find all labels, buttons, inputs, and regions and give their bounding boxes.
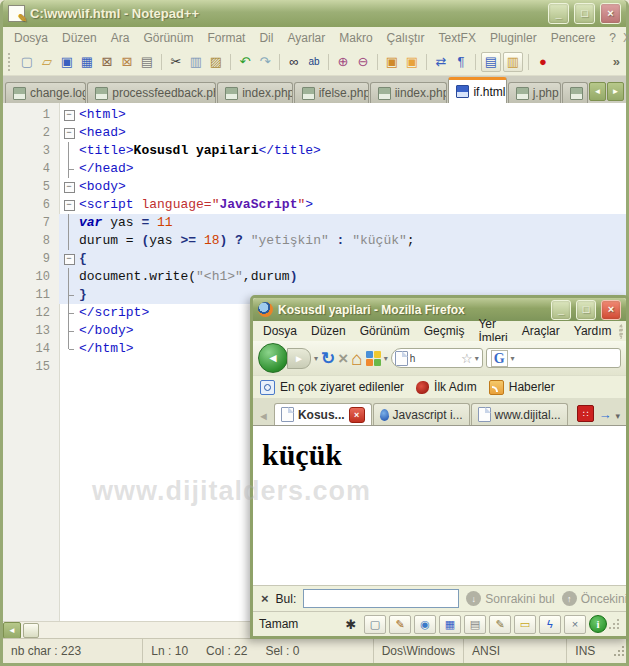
code-text[interactable]: durum = (yas >= 18) ? "yetişkin" : "küçü… (79, 232, 415, 250)
npp-tab-if-html[interactable]: if.html (448, 77, 506, 103)
npp-menu-[interactable]: ? (602, 29, 623, 47)
home-icon[interactable]: ⌂ (351, 349, 362, 368)
npp-tab-iindex-php[interactable]: iindex.php (370, 82, 448, 103)
full-window-icon[interactable]: ▣ (403, 53, 421, 71)
ff-close-button[interactable]: × (601, 300, 621, 320)
forward-button[interactable]: ► (287, 348, 311, 369)
sticky-note-icon[interactable]: ▭ (514, 615, 536, 634)
open-folder-icon[interactable]: ▱ (38, 53, 56, 71)
npp-tab-processfeedback-php[interactable]: processfeedback.php (87, 82, 216, 103)
npp-doc-close-icon[interactable]: X (623, 31, 629, 45)
npp-tab-ifelse-php[interactable]: ifelse.php (294, 82, 369, 103)
record-macro-icon[interactable]: ● (534, 53, 552, 71)
code-text[interactable]: } (79, 286, 87, 304)
print-icon[interactable]: ▤ (138, 53, 156, 71)
npp-menu-dosya[interactable]: Dosya (7, 29, 55, 47)
list-all-tabs-icon[interactable]: ∷ (577, 405, 594, 422)
fold-marker-icon[interactable] (59, 178, 79, 196)
save-all-icon[interactable]: ▦ (78, 53, 96, 71)
speed-dial-icon[interactable] (366, 351, 381, 366)
new-page-icon[interactable]: ▢ (364, 615, 386, 634)
npp-tab-i[interactable]: i (562, 82, 588, 103)
save-icon[interactable]: ▦ (439, 615, 461, 634)
npp-titlebar[interactable]: C:\www\if.html - Notepad++ _ □ × (3, 0, 626, 27)
undo-icon[interactable]: ↶ (236, 53, 254, 71)
search-bar[interactable]: G ▾ (486, 348, 621, 368)
tab-scroll-left-icon[interactable]: ◄ (589, 82, 606, 101)
ff-menu-g-r-n-m[interactable]: Görünüm (353, 322, 417, 340)
npp-menu-dil[interactable]: Dil (252, 29, 280, 47)
bookmark-haberler[interactable]: Haberler (489, 380, 555, 395)
npp-tab-index-php[interactable]: index.php (217, 82, 293, 103)
npp-tab-change-log[interactable]: change.log (5, 82, 86, 103)
close-doc-icon[interactable]: ⊠ (98, 53, 116, 71)
toolbar-overflow-icon[interactable]: » (613, 54, 620, 69)
ff-minimize-button[interactable]: _ (551, 300, 571, 320)
ff-menu-ara-lar[interactable]: Araçlar (515, 322, 567, 340)
zoom-in-icon[interactable]: ⊕ (334, 53, 352, 71)
save-icon[interactable]: ▣ (58, 53, 76, 71)
ff-titlebar[interactable]: Kosusdl yapilari - Mozilla Firefox _ □ × (253, 298, 626, 321)
pencil-icon[interactable]: ✎ (389, 615, 411, 634)
ff-menu-yard-m[interactable]: Yardım (567, 322, 619, 340)
find-previous[interactable]: ↑ Öncekini bul (562, 591, 626, 606)
ff-menu-dosya[interactable]: Dosya (256, 322, 304, 340)
url-dropdown-icon[interactable]: ▾ (475, 354, 479, 363)
new-file-icon[interactable]: ▢ (18, 53, 36, 71)
fold-marker-icon[interactable] (59, 250, 79, 268)
npp-maximize-button[interactable]: □ (574, 3, 595, 24)
find-icon[interactable]: ∞ (285, 53, 303, 71)
npp-menu-al-t-r[interactable]: Çalıştır (380, 29, 432, 47)
redo-icon[interactable]: ↷ (256, 53, 274, 71)
code-text[interactable]: <head> (79, 124, 126, 142)
code-text[interactable]: var yas = 11 (79, 214, 173, 232)
npp-menu-pluginler[interactable]: Pluginler (483, 29, 544, 47)
code-text[interactable]: </script> (79, 304, 149, 322)
fold-marker-icon[interactable] (59, 106, 79, 124)
find-next[interactable]: ↓ Sonrakini bul (466, 591, 554, 606)
code-text[interactable]: <html> (79, 106, 126, 124)
lightning-icon[interactable]: ϟ (539, 615, 561, 634)
cut-icon[interactable]: ✂ (167, 53, 185, 71)
ff-tab-javascript-i[interactable]: Javascript i... (373, 403, 470, 425)
ff-tab-www-dijital[interactable]: www.dijital... (471, 403, 568, 425)
back-history-dropdown-icon[interactable]: ▾ (314, 354, 318, 363)
npp-menu-ayarlar[interactable]: Ayarlar (280, 29, 332, 47)
ff-menu-ge-mi[interactable]: Geçmiş (417, 322, 472, 340)
info-icon[interactable]: i (589, 615, 607, 633)
npp-menu-ara[interactable]: Ara (104, 29, 137, 47)
tabs-scroll-left-icon[interactable]: ◄ (256, 410, 273, 425)
bookmark-star-icon[interactable]: ☆ (461, 351, 473, 366)
find-input[interactable] (303, 589, 459, 608)
scroll-left-arrow-icon[interactable]: ◄ (3, 622, 21, 639)
doc-map-icon[interactable]: ▤ (481, 52, 501, 72)
show-symbols-icon[interactable]: ¶ (452, 53, 470, 71)
tabs-dropdown-icon[interactable]: ▾ (615, 411, 623, 425)
npp-tab-j-php[interactable]: j.php (508, 82, 561, 103)
stop-icon[interactable]: × (338, 350, 348, 367)
reload-icon[interactable]: ↻ (321, 350, 335, 367)
findbar-close-icon[interactable]: × (261, 591, 269, 606)
paste-icon[interactable]: ▨ (207, 53, 225, 71)
code-text[interactable]: <script language="JavaScript"> (79, 196, 313, 214)
zoom-out-icon[interactable]: ⊖ (354, 53, 372, 71)
code-text[interactable]: document.write("<h1>",durum) (79, 268, 297, 286)
scrollbar-thumb[interactable] (23, 623, 39, 638)
npp-menu-pencere[interactable]: Pencere (544, 29, 603, 47)
bug-icon[interactable]: ✱ (341, 616, 361, 633)
copy-icon[interactable]: ▥ (187, 53, 205, 71)
fold-marker-icon[interactable] (59, 196, 79, 214)
npp-menu-textfx[interactable]: TextFX (432, 29, 483, 47)
bookmark-i-lk-ad-m[interactable]: İlk Adım (416, 380, 477, 394)
restore-window-icon[interactable]: ▣ (383, 53, 401, 71)
code-text[interactable]: <body> (79, 178, 126, 196)
npp-minimize-button[interactable]: _ (548, 3, 569, 24)
npp-menu-d-zen[interactable]: Düzen (55, 29, 104, 47)
npp-resize-grip[interactable] (613, 644, 626, 658)
npp-menu-format[interactable]: Format (200, 29, 252, 47)
code-text[interactable]: { (79, 250, 87, 268)
tab-scroll-right-icon[interactable]: ► (607, 82, 624, 101)
globe-icon[interactable]: ◉ (414, 615, 436, 634)
code-text[interactable]: </html> (79, 340, 134, 358)
replace-icon[interactable]: ab (305, 53, 323, 71)
